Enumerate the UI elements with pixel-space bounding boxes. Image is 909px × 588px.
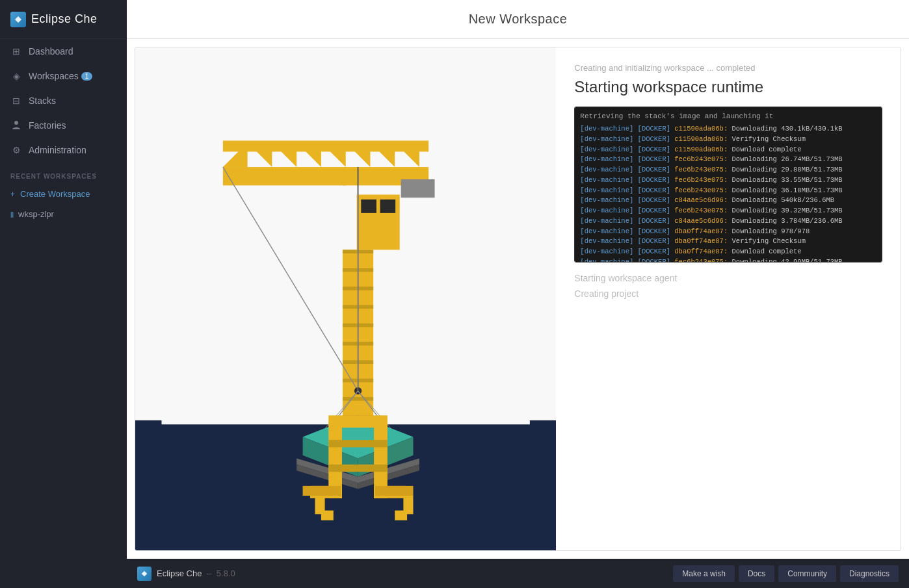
sidebar-item-label: Factories	[29, 120, 66, 131]
svg-rect-27	[380, 199, 396, 213]
administration-icon: ⚙	[10, 144, 22, 156]
svg-rect-55	[395, 511, 407, 520]
main-content: New Workspace	[127, 0, 909, 588]
log-line: [dev-machine] [DOCKER] fec6b243e075: Dow…	[580, 165, 876, 175]
factories-icon	[10, 120, 22, 131]
status-project-text: Creating project	[574, 288, 882, 299]
page-title: New Workspace	[469, 12, 568, 27]
svg-point-0	[14, 121, 18, 125]
add-icon: +	[10, 190, 15, 199]
footer-right: Make a wish Docs Community Diagnostics	[673, 565, 899, 582]
svg-rect-12	[343, 397, 373, 401]
community-button[interactable]: Community	[778, 565, 836, 582]
sidebar-nav: ⊞ Dashboard ◈ Workspaces 1 ⊟ Stacks	[0, 39, 127, 162]
footer-logo-icon	[137, 567, 152, 581]
svg-rect-26	[361, 199, 376, 213]
status-main-title: Starting workspace runtime	[574, 78, 882, 96]
svg-rect-24	[223, 140, 428, 151]
crane-svg	[135, 47, 556, 550]
log-line: [dev-machine] [DOCKER] fec6b243e075: Dow…	[580, 186, 876, 196]
create-workspace-item[interactable]: + Create Workspace	[0, 184, 127, 204]
svg-rect-47	[328, 415, 388, 428]
log-line: [dev-machine] [DOCKER] fec6b243e075: Dow…	[580, 257, 876, 262]
sidebar-item-dashboard[interactable]: ⊞ Dashboard	[0, 39, 127, 64]
stacks-icon: ⊟	[10, 95, 22, 107]
sidebar-item-label: Dashboard	[29, 46, 73, 57]
svg-rect-28	[401, 179, 435, 198]
make-a-wish-button[interactable]: Make a wish	[673, 565, 735, 582]
workspaces-badge: 1	[81, 72, 93, 81]
log-header: Retrieving the stack's image and launchi…	[580, 112, 876, 120]
sidebar-item-administration[interactable]: ⚙ Administration	[0, 138, 127, 162]
recent-workspace-item[interactable]: ||| wksp-zlpr	[0, 204, 127, 224]
footer-separator: –	[204, 569, 213, 578]
content-area: Creating and initializing workspace ... …	[127, 39, 909, 559]
workspaces-icon: ◈	[10, 70, 22, 82]
animation-area: Creating and initializing workspace ... …	[135, 47, 901, 550]
log-line: [dev-machine] [DOCKER] dba0ff74ae87: Dow…	[580, 247, 876, 257]
diagnostics-button[interactable]: Diagnostics	[840, 565, 899, 582]
status-initializing-text: Creating and initializing workspace ... …	[574, 63, 882, 73]
workspace-panel: Creating and initializing workspace ... …	[135, 47, 901, 551]
log-line: [dev-machine] [DOCKER] c84aae5c6d96: Dow…	[580, 196, 876, 206]
sidebar-logo-text: Eclipse Che	[31, 12, 98, 26]
crane-illustration	[135, 47, 556, 550]
svg-rect-48	[328, 440, 388, 447]
sidebar-item-label: Administration	[29, 145, 86, 155]
footer-app-name: Eclipse Che	[157, 569, 202, 578]
docs-button[interactable]: Docs	[739, 565, 774, 582]
sidebar-item-stacks[interactable]: ⊟ Stacks	[0, 88, 127, 113]
footer-left: Eclipse Che – 5.8.0	[137, 567, 235, 581]
log-lines: [dev-machine] [DOCKER] c11590ada06b: Dow…	[580, 124, 876, 262]
recent-workspaces-label: RECENT WORKSPACES	[0, 162, 127, 184]
create-workspace-label: Create Workspace	[20, 189, 90, 199]
app-logo-icon	[10, 12, 26, 27]
dashboard-icon: ⊞	[10, 45, 22, 57]
status-agent-text: Starting workspace agent	[574, 273, 882, 283]
svg-rect-50	[303, 486, 341, 496]
sidebar: Eclipse Che ⊞ Dashboard ◈ Workspaces 1 ⊟…	[0, 0, 127, 588]
log-line: [dev-machine] [DOCKER] c11590ada06b: Dow…	[580, 124, 876, 134]
log-line: [dev-machine] [DOCKER] fec6b243e075: Dow…	[580, 175, 876, 186]
page-header: New Workspace	[127, 0, 909, 39]
log-line: [dev-machine] [DOCKER] dba0ff74ae87: Dow…	[580, 227, 876, 237]
workspace-icon: |||	[10, 211, 13, 218]
sidebar-item-label: Stacks	[29, 96, 56, 106]
log-container[interactable]: Retrieving the stack's image and launchi…	[574, 107, 882, 262]
log-line: [dev-machine] [DOCKER] c84aae5c6d96: Dow…	[580, 216, 876, 227]
sidebar-item-workspaces[interactable]: ◈ Workspaces 1	[0, 64, 127, 88]
sidebar-logo: Eclipse Che	[0, 0, 127, 39]
footer-version: 5.8.0	[217, 569, 235, 578]
log-line: [dev-machine] [DOCKER] c11590ada06b: Ver…	[580, 134, 876, 145]
svg-rect-14	[223, 167, 346, 185]
log-line: [dev-machine] [DOCKER] dba0ff74ae87: Ver…	[580, 236, 876, 247]
svg-rect-49	[328, 465, 388, 472]
workspace-name-label: wksp-zlpr	[18, 209, 54, 219]
svg-rect-53	[321, 511, 334, 520]
sidebar-item-factories[interactable]: Factories	[0, 113, 127, 138]
log-line: [dev-machine] [DOCKER] fec6b243e075: Dow…	[580, 206, 876, 216]
svg-rect-51	[375, 486, 414, 496]
log-line: [dev-machine] [DOCKER] c11590ada06b: Dow…	[580, 145, 876, 155]
status-panel: Creating and initializing workspace ... …	[556, 47, 901, 550]
sidebar-item-label: Workspaces	[29, 71, 79, 81]
footer: Eclipse Che – 5.8.0 Make a wish Docs Com…	[127, 559, 909, 588]
log-line: [dev-machine] [DOCKER] fec6b243e075: Dow…	[580, 155, 876, 165]
